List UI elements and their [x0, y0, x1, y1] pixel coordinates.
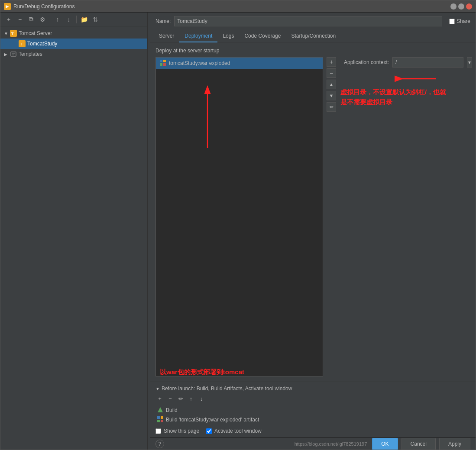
- config-tree: ▼ T Tomcat Server ▶ T: [0, 26, 147, 450]
- tree-arrow-tomcat: ▼: [4, 31, 9, 36]
- folder-config-button[interactable]: 📁: [79, 15, 89, 24]
- deploy-add-button[interactable]: +: [327, 57, 336, 67]
- app-context-area: Application context: ▼: [340, 57, 470, 376]
- window-icon: ▶: [4, 3, 11, 10]
- bl-down-button[interactable]: ↓: [197, 394, 206, 403]
- window-title: Run/Debug Configurations: [13, 3, 450, 10]
- deploy-item-war-exploded[interactable]: tomcatStudy:war exploded: [156, 58, 323, 69]
- tab-deployment[interactable]: Deployment: [179, 30, 217, 42]
- settings-config-button[interactable]: ⚙: [38, 15, 47, 24]
- tree-item-templates[interactable]: ▶ Templates: [0, 49, 147, 59]
- apply-button[interactable]: Apply: [439, 438, 470, 450]
- run-debug-configurations-window: ▶ Run/Debug Configurations + − ⧉ ⚙ ↑ ↓ 📁…: [0, 0, 476, 450]
- name-row: Name: Share: [150, 13, 476, 30]
- show-this-page-checkbox-container: Show this page: [155, 428, 199, 434]
- tabs-bar: Server Deployment Logs Code Coverage Sta…: [150, 30, 476, 42]
- share-label: Share: [457, 18, 470, 24]
- tomcat-study-icon: T: [19, 40, 26, 47]
- right-panel: Name: Share Server Deployment Logs Code …: [150, 13, 476, 450]
- deploy-section-label: Deploy at the server startup: [155, 48, 470, 54]
- ok-button[interactable]: OK: [372, 438, 398, 450]
- cancel-button[interactable]: Cancel: [402, 438, 436, 450]
- activate-tool-window-checkbox-container: Activate tool window: [206, 428, 262, 434]
- svg-rect-9: [160, 63, 162, 66]
- svg-text:T: T: [11, 32, 14, 36]
- minimize-button[interactable]: [450, 3, 457, 10]
- before-launch-collapse-arrow[interactable]: ▼: [155, 386, 160, 391]
- before-launch-header: ▼ Before launch: Build, Build Artifacts,…: [155, 386, 470, 392]
- toolbar-separator-1: [50, 16, 50, 23]
- sort-config-button[interactable]: ⇅: [91, 15, 100, 24]
- deploy-down-button[interactable]: ▼: [327, 91, 336, 100]
- bl-item-build: Build: [155, 405, 470, 415]
- bottom-url: https://blog.csdn.net/lgl782519197: [295, 441, 367, 447]
- bl-build-icon: [157, 407, 163, 414]
- add-config-button[interactable]: +: [4, 15, 13, 24]
- before-launch-checkboxes: Show this page Activate tool window: [155, 428, 470, 434]
- share-checkbox[interactable]: [449, 19, 455, 24]
- tomcat-server-icon: T: [10, 30, 17, 37]
- deploy-remove-button[interactable]: −: [327, 68, 336, 78]
- before-launch-label: Before launch: Build, Build Artifacts, A…: [162, 386, 292, 392]
- help-button[interactable]: ?: [155, 440, 164, 448]
- close-button[interactable]: [466, 3, 472, 10]
- copy-config-button[interactable]: ⧉: [26, 15, 36, 24]
- before-launch-toolbar: + − ✏ ↑ ↓: [155, 394, 470, 403]
- app-context-row: Application context: ▼: [344, 57, 470, 68]
- deploy-edit-button[interactable]: ✏: [327, 102, 336, 112]
- annotation-arrow-2: [375, 74, 453, 126]
- app-context-dropdown-button[interactable]: ▼: [467, 57, 472, 68]
- deployment-tab-content: Deploy at the server startup: [150, 42, 476, 382]
- svg-rect-17: [161, 420, 163, 422]
- tomcat-server-label: Tomcat Server: [19, 30, 52, 36]
- tree-arrow-templates: ▶: [4, 52, 9, 57]
- activate-tool-window-label: Activate tool window: [214, 428, 262, 434]
- before-launch-list: Build Build 'tomcatStudy:war exploded' a…: [155, 405, 470, 424]
- up-config-button[interactable]: ↑: [53, 15, 62, 24]
- svg-rect-8: [163, 60, 166, 62]
- deploy-item-label: tomcatStudy:war exploded: [169, 60, 230, 66]
- artifact-icon: [159, 59, 166, 68]
- deploy-sidebar-buttons: + − ▲ ▼ ✏: [327, 57, 337, 376]
- bl-add-button[interactable]: +: [155, 394, 164, 403]
- tree-item-tomcat-server-group[interactable]: ▼ T Tomcat Server: [0, 28, 147, 39]
- bl-up-button[interactable]: ↑: [187, 394, 195, 403]
- tab-logs[interactable]: Logs: [217, 30, 239, 42]
- bottom-bar: ? https://blog.csdn.net/lgl782519197 OK …: [150, 437, 476, 450]
- templates-icon: [10, 51, 17, 58]
- svg-marker-13: [158, 407, 163, 412]
- activate-tool-window-checkbox[interactable]: [206, 428, 212, 434]
- app-context-label: Application context:: [344, 59, 389, 65]
- svg-rect-4: [11, 52, 16, 56]
- deploy-area: tomcatStudy:war exploded: [155, 57, 470, 376]
- tab-code-coverage[interactable]: Code Coverage: [239, 30, 286, 42]
- annotation-text-2: 虚拟目录，不设置默认为斜杠/，也就 是不需要虚拟目录: [340, 87, 446, 107]
- deploy-list[interactable]: tomcatStudy:war exploded: [155, 57, 323, 376]
- name-label: Name:: [155, 18, 171, 24]
- show-this-page-checkbox[interactable]: [155, 428, 161, 434]
- down-config-button[interactable]: ↓: [64, 15, 74, 24]
- app-context-input[interactable]: [392, 57, 463, 68]
- title-bar: ▶ Run/Debug Configurations: [0, 0, 476, 13]
- svg-rect-7: [160, 60, 162, 62]
- svg-rect-14: [157, 416, 160, 419]
- tree-item-tomcat-study[interactable]: ▶ T TomcatStudy: [0, 39, 147, 49]
- tab-server[interactable]: Server: [154, 30, 179, 42]
- bl-item-artifact: Build 'tomcatStudy:war exploded' artifac…: [155, 415, 470, 424]
- svg-text:T: T: [20, 42, 23, 46]
- bl-remove-button[interactable]: −: [166, 394, 175, 403]
- bl-artifact-label: Build 'tomcatStudy:war exploded' artifac…: [166, 417, 259, 423]
- bottom-buttons: OK Cancel Apply: [372, 438, 470, 450]
- deploy-up-button[interactable]: ▲: [327, 80, 336, 89]
- title-bar-controls: [450, 3, 472, 10]
- bl-edit-button[interactable]: ✏: [176, 394, 185, 403]
- show-this-page-label: Show this page: [164, 428, 199, 434]
- maximize-button[interactable]: [458, 3, 464, 10]
- name-input[interactable]: [174, 16, 442, 26]
- tab-startup-connection[interactable]: Startup/Connection: [286, 30, 341, 42]
- remove-config-button[interactable]: −: [15, 15, 25, 24]
- sidebar: + − ⧉ ⚙ ↑ ↓ 📁 ⇅ ▼ T: [0, 13, 148, 450]
- sidebar-toolbar: + − ⧉ ⚙ ↑ ↓ 📁 ⇅: [0, 13, 147, 26]
- bl-artifact-icon: [157, 416, 163, 424]
- templates-label: Templates: [19, 51, 42, 57]
